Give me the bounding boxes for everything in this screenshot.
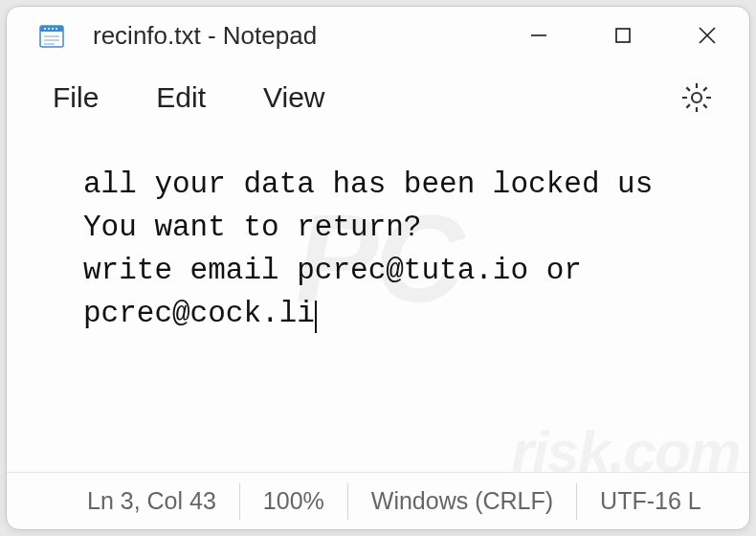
status-cursor-position[interactable]: Ln 3, Col 43 [64, 483, 240, 520]
window-title: recinfo.txt - Notepad [93, 21, 497, 51]
svg-point-2 [44, 28, 46, 30]
menu-edit[interactable]: Edit [127, 74, 234, 122]
editor-content: all your data has been locked us You wan… [83, 168, 653, 330]
status-encoding[interactable]: UTF-16 L [577, 483, 709, 520]
text-editor[interactable]: all your data has been locked us You wan… [7, 131, 749, 472]
status-bar: Ln 3, Col 43 100% Windows (CRLF) UTF-16 … [7, 472, 749, 529]
svg-point-4 [52, 28, 54, 30]
notepad-window: recinfo.txt - Notepad File Edit View [6, 6, 750, 530]
menu-file[interactable]: File [24, 74, 127, 122]
svg-point-13 [692, 93, 701, 102]
text-caret [315, 301, 317, 333]
close-button[interactable] [665, 7, 749, 64]
minimize-button[interactable] [497, 7, 581, 64]
window-controls [497, 7, 749, 64]
menu-view[interactable]: View [234, 74, 353, 122]
maximize-button[interactable] [581, 7, 665, 64]
status-line-ending[interactable]: Windows (CRLF) [348, 483, 577, 520]
svg-point-3 [48, 28, 50, 30]
title-bar[interactable]: recinfo.txt - Notepad [7, 7, 749, 64]
settings-button[interactable] [669, 70, 724, 125]
notepad-app-icon [35, 19, 68, 52]
gear-icon [679, 80, 714, 115]
menu-bar: File Edit View [7, 64, 749, 131]
svg-rect-10 [616, 29, 630, 42]
svg-point-5 [56, 28, 57, 30]
status-zoom[interactable]: 100% [240, 483, 348, 520]
